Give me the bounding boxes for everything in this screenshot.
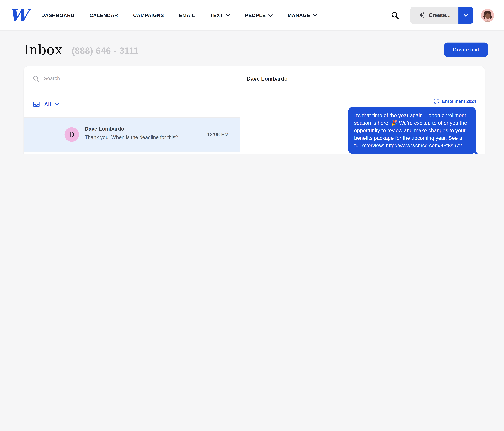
nav-item-text[interactable]: TEXT <box>210 12 230 18</box>
app: W DASHBOARD CALENDAR CAMPAIGNS EMAIL TEX… <box>0 0 504 154</box>
message-preview: Thank you! When is the deadline for this… <box>85 135 190 140</box>
page-title: Inbox <box>24 42 63 58</box>
nav-item-dashboard[interactable]: DASHBOARD <box>41 12 74 18</box>
chevron-down-icon <box>268 14 272 17</box>
create-split-button: Create... <box>410 7 473 24</box>
filter-label: All <box>44 101 51 107</box>
speech-bubble-icon <box>434 99 440 104</box>
search-icon <box>33 75 40 82</box>
chevron-down-icon <box>313 14 317 17</box>
thread-panel: Dave Lombardo Enrollment 2024 It’s that … <box>240 66 485 154</box>
chevron-down-icon <box>463 14 468 17</box>
inbox-tray-icon <box>33 101 40 108</box>
chevron-down-icon <box>226 14 230 17</box>
nav-item-label: MANAGE <box>288 12 310 18</box>
inbox-phone-number: (888) 646 - 3111 <box>72 46 139 56</box>
inbox-filter-dropdown[interactable]: All <box>24 91 240 118</box>
create-button[interactable]: Create... <box>410 7 459 24</box>
search-icon <box>391 11 399 19</box>
create-text-button[interactable]: Create text <box>444 43 488 57</box>
thread-contact-name: Dave Lombardo <box>240 66 485 91</box>
avatar: D <box>64 127 79 142</box>
nav-item-label: TEXT <box>210 12 223 18</box>
sparkles-icon <box>418 12 425 19</box>
search-input[interactable] <box>44 76 181 82</box>
top-nav: W DASHBOARD CALENDAR CAMPAIGNS EMAIL TEX… <box>0 0 504 31</box>
contact-name: Dave Lombardo <box>85 126 190 132</box>
conversation-search <box>24 66 240 91</box>
chevron-down-icon <box>55 103 59 106</box>
avatar-photo <box>481 9 494 22</box>
conversation-texts: Marissa Lopez Thank you! When is the dea… <box>24 152 240 154</box>
nav-item-label: EMAIL <box>179 12 195 18</box>
nav-item-manage[interactable]: MANAGE <box>288 12 317 18</box>
nav-item-label: CALENDAR <box>90 12 118 18</box>
nav-item-label: CAMPAIGNS <box>133 12 164 18</box>
nav-menu: DASHBOARD CALENDAR CAMPAIGNS EMAIL TEXT … <box>41 12 317 18</box>
top-nav-right: Create... <box>391 7 494 24</box>
nav-item-label: PEOPLE <box>245 12 266 18</box>
page-header: Inbox (888) 646 - 3111 Create text <box>0 31 504 66</box>
inbox-card: All D Dave Lombardo Thank you! When is t… <box>24 66 485 154</box>
conversation-row[interactable]: D Dave Lombardo Thank you! When is the d… <box>24 118 240 152</box>
outgoing-message: It’s that time of the year again – open … <box>348 107 476 154</box>
nav-item-people[interactable]: PEOPLE <box>245 12 272 18</box>
message-link[interactable]: http://www.wsmsg.com/43f8sh72 <box>386 143 462 148</box>
conversation-list-panel: All D Dave Lombardo Thank you! When is t… <box>24 66 240 154</box>
app-logo[interactable]: W <box>9 7 27 24</box>
campaign-tag-label: Enrollment 2024 <box>442 99 476 104</box>
message-time: 12:08 PM <box>207 132 229 138</box>
user-avatar[interactable] <box>481 9 494 22</box>
campaign-tag[interactable]: Enrollment 2024 <box>434 99 476 104</box>
create-button-label: Create... <box>429 12 451 18</box>
conversation-row[interactable]: M Marissa Lopez Thank you! When is the d… <box>24 152 240 154</box>
nav-item-email[interactable]: EMAIL <box>179 12 195 18</box>
nav-item-label: DASHBOARD <box>41 12 74 18</box>
global-search-button[interactable] <box>391 11 399 19</box>
chat-messages: Enrollment 2024 It’s that time of the ye… <box>240 91 485 154</box>
create-dropdown-button[interactable] <box>459 7 473 24</box>
nav-item-campaigns[interactable]: CAMPAIGNS <box>133 12 164 18</box>
nav-item-calendar[interactable]: CALENDAR <box>90 12 118 18</box>
